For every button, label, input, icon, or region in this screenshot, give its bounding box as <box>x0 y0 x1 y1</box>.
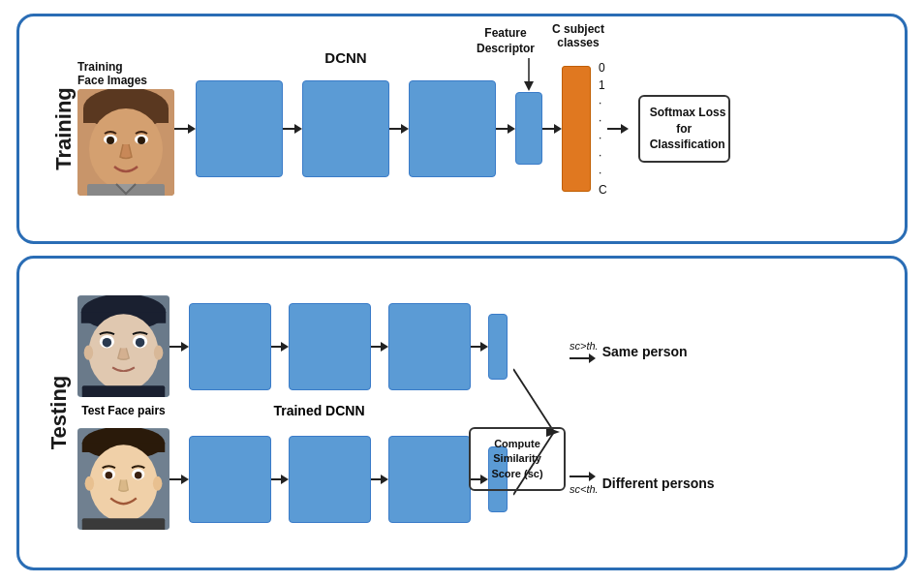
test-row-2 <box>77 428 508 530</box>
result-group: sc>th. Same person <box>570 340 715 495</box>
training-face-wrapper: Training Face Images <box>77 89 174 196</box>
training-label: Training <box>49 81 78 176</box>
svg-point-19 <box>84 346 94 360</box>
training-face-label: Training Face Images <box>77 60 147 88</box>
feature-descriptor-label: Feature Descriptor <box>477 26 535 56</box>
test-face-pairs-label: Test Face pairs <box>77 404 169 417</box>
svg-point-28 <box>106 472 113 479</box>
testing-inner: Test Face pairs Trained DCNN <box>77 295 895 530</box>
svg-point-20 <box>154 346 164 360</box>
arrow-feat-to-bar <box>542 124 562 134</box>
diff-person-label-group: Different persons <box>602 476 715 491</box>
dcnn-block-3 <box>409 80 496 177</box>
diagram-container: Training Training Face Images <box>16 14 908 570</box>
dcnn-block-1 <box>196 80 283 177</box>
training-inner: Training Face Images <box>77 59 895 199</box>
arrow-face2-to-blocks <box>169 475 189 484</box>
test-block-2c <box>388 436 471 523</box>
class-nums-list: 0 1 · · · · · C <box>599 59 607 199</box>
svg-line-33 <box>513 369 554 432</box>
arr-t1-3 <box>371 342 388 352</box>
svg-point-29 <box>135 472 142 479</box>
c-subject-classes-label: sc>th. C subject classes <box>552 22 604 49</box>
diff-person-result: sc<th. Different persons <box>570 472 715 495</box>
arrow-dcnn-to-sm <box>496 124 515 134</box>
dcnn-blocks-group: DCNN <box>196 80 496 177</box>
arrow-head <box>188 124 196 134</box>
test-face-2-wrapper <box>77 428 169 530</box>
orange-bar-wrapper: sc>th. C subject classes 0 1 · · · · · C <box>562 59 607 199</box>
sc-gt-label: sc>th. <box>570 340 599 352</box>
arrow-face1-to-blocks <box>169 342 189 352</box>
sc-lt-label: sc<th. <box>570 483 599 495</box>
test-block-2b <box>289 436 371 523</box>
test-face-2 <box>77 428 169 530</box>
arr-t1-2 <box>271 342 289 352</box>
feature-desc-arrow <box>519 58 539 92</box>
arr-t1-sm <box>471 342 488 352</box>
test-face-1-wrapper <box>77 295 169 397</box>
test-face-1-svg <box>77 295 169 397</box>
svg-point-6 <box>107 137 114 144</box>
svg-rect-32 <box>82 519 166 531</box>
test-blocks-row1 <box>189 303 508 390</box>
sim-box-positioner: Compute Similarity Score (sc) <box>469 427 566 491</box>
diff-person-label: Different persons <box>602 476 715 491</box>
training-panel: Training Training Face Images <box>16 14 908 245</box>
arrow-face-to-block1 <box>174 124 196 134</box>
testing-label: Testing <box>45 370 74 456</box>
classes-bar <box>562 66 591 192</box>
svg-marker-10 <box>524 81 534 91</box>
class-numbers: 0 1 · · · · · C <box>599 59 607 199</box>
similarity-box: Compute Similarity Score (sc) <box>469 427 566 491</box>
feature-block <box>515 92 542 165</box>
feature-descriptor-wrapper: Feature Descriptor <box>515 92 542 165</box>
test-face-2-svg <box>77 428 169 530</box>
svg-point-31 <box>153 476 163 491</box>
test-blocks-row2 <box>189 436 508 523</box>
test-sm-block-1 <box>488 314 508 380</box>
test-block-2a <box>189 436 271 523</box>
dcnn-block-2 <box>302 80 389 177</box>
svg-point-30 <box>85 476 95 491</box>
test-block-1b <box>289 303 371 390</box>
arrow-line <box>174 128 188 130</box>
same-person-result: sc>th. Same person <box>570 340 715 363</box>
same-person-label: Same person <box>602 344 688 359</box>
same-person-label-group: Same person <box>602 344 688 359</box>
testing-panel: Testing <box>16 256 908 569</box>
svg-point-7 <box>138 137 145 144</box>
svg-point-18 <box>136 338 145 348</box>
arrow-b1-b2 <box>283 124 302 134</box>
arr-t2-3 <box>371 475 388 484</box>
arrow-b2-b3 <box>389 124 409 134</box>
test-block-1a <box>189 303 271 390</box>
svg-rect-21 <box>82 386 166 398</box>
arr-t2-2 <box>271 475 289 484</box>
arrow-bar-to-softmax <box>607 124 629 134</box>
test-rows-group: Test Face pairs Trained DCNN <box>77 295 508 530</box>
converge-group: Compute Similarity Score (sc) <box>509 301 566 524</box>
dcnn-label: DCNN <box>324 49 366 66</box>
training-face-svg <box>77 89 174 196</box>
test-bottom-labels: Test Face pairs Trained DCNN <box>77 403 508 418</box>
svg-point-17 <box>103 338 112 348</box>
softmax-box: Softmax Loss for Classification <box>638 95 730 163</box>
trained-dcnn-label: Trained DCNN <box>181 403 457 418</box>
test-face-1 <box>77 295 169 397</box>
test-block-1c <box>388 303 471 390</box>
test-row-1 <box>77 295 508 397</box>
training-face-image <box>77 89 174 196</box>
